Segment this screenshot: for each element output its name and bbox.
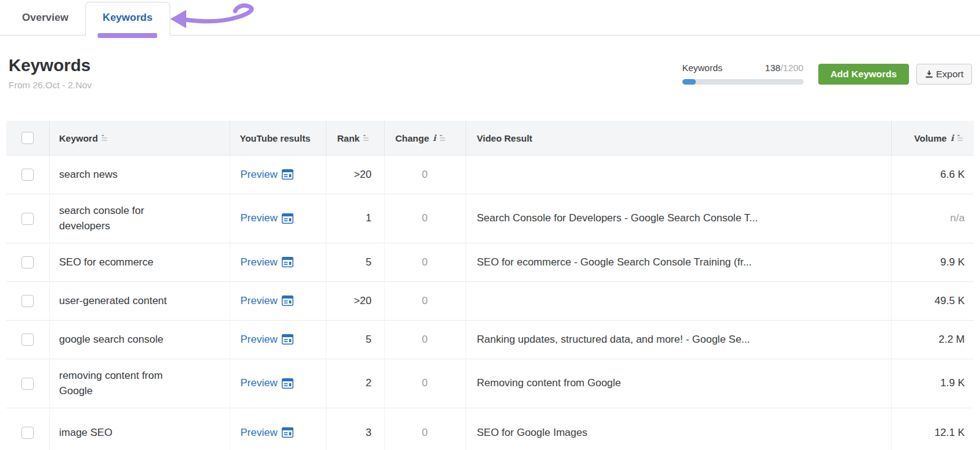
rank-value: >20 [326,281,384,320]
keywords-quota: Keywords 138/1200 [682,63,804,85]
rank-value: 3 [326,408,384,450]
volume-value: 1.9 K [891,359,974,408]
volume-value: 49.5 K [891,281,974,320]
info-icon[interactable]: i [951,133,954,143]
serp-preview-icon [282,257,293,267]
change-value: 0 [384,243,466,281]
volume-value: n/a [891,194,974,243]
table-row: user-generated content Preview >20 0 49.… [6,281,974,320]
keyword-cell: user-generated content [59,295,167,307]
quota-used: 138 [765,63,780,73]
tab-keywords[interactable]: Keywords [85,2,170,36]
keyword-cell: image SEO [59,427,113,438]
change-value: 0 [384,155,466,194]
row-checkbox[interactable] [21,169,34,181]
change-value: 0 [384,320,466,359]
table-row: removing content from Google Preview 2 0… [6,359,974,408]
video-result: Search Console for Developers - Google S… [466,194,891,243]
page-title: Keywords [9,56,92,74]
keyword-cell: google search console [59,334,164,345]
preview-link[interactable]: Preview [241,295,293,307]
preview-link-label: Preview [241,212,277,224]
video-result [466,281,891,320]
rank-value: 1 [326,194,384,243]
sort-icon[interactable] [440,134,447,142]
active-tab-underline [98,33,157,38]
table-row: SEO for ecommerce Preview 5 0 SEO for ec… [6,243,974,281]
table-row: search news Preview >20 0 6.6 K [6,155,974,194]
table-row: google search console Preview 5 0 Rankin… [6,320,974,359]
video-result: Ranking updates, structured data, and mo… [466,320,891,359]
change-value: 0 [384,194,466,243]
col-header-volume[interactable]: Volume [914,133,947,143]
preview-link[interactable]: Preview [241,334,293,346]
col-header-keyword[interactable]: Keyword [59,133,98,143]
row-checkbox[interactable] [21,334,34,346]
page-header: Keywords From 26.Oct - 2.Nov Keywords 13… [0,36,980,90]
row-checkbox[interactable] [21,378,34,390]
keyword-cell: search console for developers [59,203,167,234]
preview-link[interactable]: Preview [241,377,293,389]
change-value: 0 [384,281,466,320]
video-result: Removing content from Google [466,359,891,408]
table-row: search console for developers Preview 1 … [6,194,974,243]
video-result: SEO for ecommerce - Google Search Consol… [466,243,891,281]
change-value: 0 [384,408,466,450]
serp-preview-icon [282,169,293,180]
keyword-cell: SEO for ecommerce [59,256,154,268]
col-header-youtube-results: YouTube results [240,133,311,143]
export-button[interactable]: Export [916,64,972,85]
change-value: 0 [384,359,466,408]
sort-icon[interactable] [957,134,964,142]
quota-progress-fill [682,79,696,85]
volume-value: 2.2 M [891,320,974,359]
keywords-table: Keyword YouTube results Rank Change i Vi… [6,121,974,450]
serp-preview-icon [282,378,293,389]
preview-link[interactable]: Preview [241,212,293,224]
video-result [466,155,891,194]
tab-bar: Overview Keywords [0,0,980,36]
table-row: image SEO Preview 3 0 SEO for Google Ima… [6,408,974,450]
col-header-rank[interactable]: Rank [337,133,360,143]
preview-link-label: Preview [241,256,277,269]
export-button-label: Export [936,69,963,80]
select-all-checkbox[interactable] [21,132,34,144]
quota-total: /1200 [780,63,804,73]
preview-link[interactable]: Preview [241,256,293,269]
serp-preview-icon [282,334,293,345]
row-checkbox[interactable] [21,256,34,269]
video-result: SEO for Google Images [466,408,891,450]
add-keywords-button[interactable]: Add Keywords [818,64,910,85]
rank-value: 2 [326,359,384,408]
tab-overview[interactable]: Overview [15,2,76,35]
volume-value: 9.9 K [891,243,974,281]
row-checkbox[interactable] [21,213,34,225]
volume-value: 6.6 K [891,155,974,194]
rank-value: 5 [326,243,384,281]
preview-link-label: Preview [241,427,277,439]
col-header-change[interactable]: Change [396,133,429,143]
preview-link-label: Preview [241,334,277,346]
col-header-video-result: Video Result [477,133,533,143]
table-header-row: Keyword YouTube results Rank Change i Vi… [6,121,974,155]
quota-label: Keywords [682,63,723,73]
preview-link[interactable]: Preview [241,427,293,439]
sort-icon[interactable] [363,134,370,142]
row-checkbox[interactable] [21,427,34,439]
quota-progressbar [682,79,804,85]
serp-preview-icon [282,296,293,306]
sort-icon[interactable] [102,134,108,142]
rank-value: 5 [326,320,384,359]
serp-preview-icon [282,427,293,438]
keyword-cell: search news [59,169,118,180]
serp-preview-icon [282,213,293,224]
volume-value: 12.1 K [891,408,974,450]
preview-link-label: Preview [241,169,277,181]
purple-arrow-icon [164,3,265,32]
preview-link[interactable]: Preview [241,169,293,181]
date-range: From 26.Oct - 2.Nov [9,80,92,90]
tab-keywords-label: Keywords [103,12,153,23]
info-icon[interactable]: i [433,133,436,143]
row-checkbox[interactable] [21,295,34,307]
rank-value: >20 [326,155,384,194]
